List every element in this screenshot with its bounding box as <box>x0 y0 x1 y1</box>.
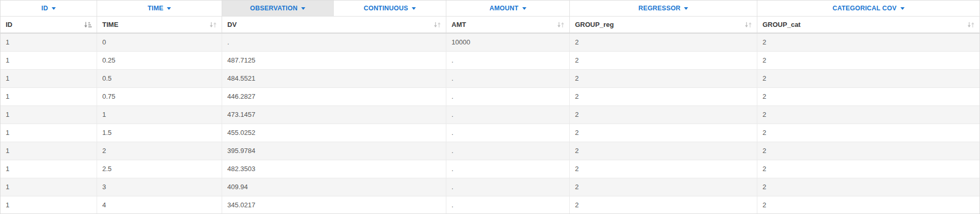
cell: 2 <box>757 142 979 160</box>
selector-continuous[interactable]: CONTINUOUS <box>334 1 446 16</box>
cell: 1 <box>1 88 97 105</box>
cell: 2 <box>570 34 757 51</box>
cell: 0.75 <box>97 88 222 105</box>
cell: . <box>446 124 570 142</box>
table-row: 10.1000022 <box>1 34 979 52</box>
selector-observation-label: OBSERVATION <box>250 5 298 12</box>
cell: 2 <box>757 70 979 87</box>
table-row: 10.75446.2827.22 <box>1 88 979 106</box>
caret-down-icon <box>167 7 171 10</box>
table-row: 11.5455.0252.22 <box>1 124 979 142</box>
cell: 1 <box>1 70 97 87</box>
cell: 487.7125 <box>222 52 446 69</box>
caret-down-icon <box>301 7 305 10</box>
sort-up-down-icon <box>557 21 565 28</box>
cell: 2 <box>757 196 979 214</box>
cell: . <box>446 88 570 105</box>
caret-down-icon <box>900 7 905 10</box>
cell: 482.3503 <box>222 160 446 178</box>
cell: . <box>446 196 570 214</box>
cell: 2 <box>757 178 979 196</box>
cell: 1 <box>1 34 97 51</box>
table-row: 11473.1457.22 <box>1 106 979 124</box>
column-header-dv-label: DV <box>227 21 237 28</box>
cell: 395.9784 <box>222 142 446 160</box>
sort-amount-down-icon <box>84 21 92 28</box>
selector-time[interactable]: TIME <box>97 1 222 16</box>
column-header-group-cat[interactable]: GROUP_cat <box>757 17 979 33</box>
cell: 2 <box>570 142 757 160</box>
cell: 1 <box>1 178 97 196</box>
cell: . <box>446 52 570 69</box>
cell: 2 <box>570 124 757 142</box>
cell: 1 <box>1 160 97 178</box>
cell: 2 <box>757 34 979 51</box>
cell: 345.0217 <box>222 196 446 214</box>
cell: 2.5 <box>97 160 222 178</box>
cell: 2 <box>757 88 979 105</box>
cell: 0 <box>97 34 222 51</box>
table-row: 10.25487.7125.22 <box>1 52 979 70</box>
column-header-id-label: ID <box>6 21 12 28</box>
cell: 1 <box>97 106 222 124</box>
cell: 0.25 <box>97 52 222 69</box>
selector-id[interactable]: ID <box>1 1 97 16</box>
column-header-id[interactable]: ID <box>1 17 97 33</box>
cell: 1 <box>1 142 97 160</box>
table-row: 14345.0217.22 <box>1 196 979 214</box>
selector-id-label: ID <box>41 5 48 12</box>
cell: 2 <box>757 52 979 69</box>
cell: 473.1457 <box>222 106 446 124</box>
cell: . <box>446 160 570 178</box>
table-row: 13409.94.22 <box>1 178 979 196</box>
column-header-time[interactable]: TIME <box>97 17 222 33</box>
cell: 1 <box>1 196 97 214</box>
sort-up-down-icon <box>744 21 752 28</box>
caret-down-icon <box>52 7 56 10</box>
selector-categorical-cov[interactable]: CATEGORICAL COV <box>757 1 979 16</box>
cell: 484.5521 <box>222 70 446 87</box>
table-row: 10.5484.5521.22 <box>1 70 979 88</box>
cell: . <box>446 106 570 124</box>
cell: 1 <box>1 52 97 69</box>
cell: 2 <box>570 52 757 69</box>
cell: 2 <box>570 106 757 124</box>
caret-down-icon <box>412 7 416 10</box>
column-header-time-label: TIME <box>102 21 118 28</box>
cell: 1 <box>1 124 97 142</box>
cell: 2 <box>97 142 222 160</box>
cell: 3 <box>97 178 222 196</box>
cell: 2 <box>570 178 757 196</box>
cell: 2 <box>757 124 979 142</box>
cell: . <box>446 142 570 160</box>
selector-categorical-cov-label: CATEGORICAL COV <box>832 5 896 12</box>
column-type-selector-row: ID TIME OBSERVATION CONTINUOUS AMOUNT RE… <box>1 1 979 17</box>
selector-amount-label: AMOUNT <box>489 5 518 12</box>
cell: 4 <box>97 196 222 214</box>
sort-up-down-icon <box>967 21 975 28</box>
table-row: 12.5482.3503.22 <box>1 160 979 178</box>
sort-up-down-icon <box>433 21 441 28</box>
cell: 2 <box>570 70 757 87</box>
cell: 2 <box>570 196 757 214</box>
caret-down-icon <box>684 7 688 10</box>
cell: 1.5 <box>97 124 222 142</box>
selector-amount[interactable]: AMOUNT <box>446 1 570 16</box>
column-header-amt[interactable]: AMT <box>446 17 570 33</box>
cell: 0.5 <box>97 70 222 87</box>
column-header-dv[interactable]: DV <box>222 17 446 33</box>
selector-time-label: TIME <box>148 5 164 12</box>
cell: 2 <box>757 160 979 178</box>
cell: 10000 <box>446 34 570 51</box>
cell: 455.0252 <box>222 124 446 142</box>
caret-down-icon <box>522 7 526 10</box>
cell: 409.94 <box>222 178 446 196</box>
selector-regressor[interactable]: REGRESSOR <box>570 1 757 16</box>
cell: 1 <box>1 106 97 124</box>
column-header-group-reg[interactable]: GROUP_reg <box>570 17 757 33</box>
cell: 2 <box>757 106 979 124</box>
selector-regressor-label: REGRESSOR <box>639 5 681 12</box>
selector-observation[interactable]: OBSERVATION <box>222 1 334 16</box>
cell: 2 <box>570 88 757 105</box>
table-body: 10.100002210.25487.7125.2210.5484.5521.2… <box>1 34 979 214</box>
